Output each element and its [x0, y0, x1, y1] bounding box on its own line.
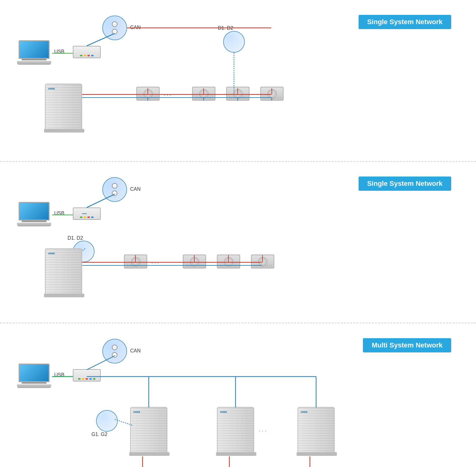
brand-label2: GREE: [48, 252, 55, 255]
can-circle-s3: — —: [102, 339, 127, 364]
can-circle-inner3: — —: [112, 345, 117, 358]
can-circle-s1: — —: [102, 15, 127, 40]
outdoor-base3a: [129, 452, 170, 456]
indoor-unit-s2-1: [124, 255, 147, 272]
outdoor-grill2: [46, 249, 82, 294]
brand-label3c: GREE: [301, 411, 308, 413]
light-blue3: [89, 378, 92, 380]
can-label-s1: CAN: [130, 25, 141, 30]
can-circle-inner2: — —: [112, 183, 117, 196]
light-yellow: [84, 55, 86, 56]
outdoor-grill3a: [131, 408, 167, 453]
light-blue: [91, 55, 94, 56]
light-green: [80, 55, 82, 56]
outdoor-base2: [44, 294, 84, 297]
can-screw-bot2: —: [112, 190, 117, 196]
outdoor-unit-s3-3: GREE: [298, 407, 335, 453]
light-green2: [80, 216, 82, 218]
section-1: Single System Network USB — — C: [0, 0, 476, 162]
indoor-unit-s1-1: [136, 87, 160, 104]
outdoor-unit-s3-2: GREE: [217, 407, 254, 453]
laptop-screen2: [19, 202, 50, 220]
light-green3b: [93, 378, 95, 380]
indoor-body2d: [251, 255, 274, 268]
brand-label: GREE: [48, 87, 55, 90]
outdoor-grill3b: [218, 408, 253, 453]
indoor-vents: [262, 97, 282, 99]
outdoor-unit-s2: GREE: [45, 248, 82, 295]
indoor-vents2d: [253, 264, 272, 267]
laptop-section1: [17, 40, 51, 67]
indoor-vents2a: [126, 264, 145, 267]
d-label-s1: D1. D2: [218, 25, 233, 31]
usb-label-s1: USB: [54, 49, 64, 55]
g-label-s3: G1. G2: [91, 432, 108, 437]
dots-s2: ···: [151, 259, 160, 266]
brand-label3b: GREE: [220, 411, 227, 413]
gateway-box-s3: [73, 369, 101, 382]
outdoor-unit-s1: GREE: [45, 84, 82, 130]
outdoor-base3b: [216, 452, 256, 456]
d-circle-s1: [223, 31, 245, 53]
laptop-hinge3: [22, 382, 46, 384]
can-label-s3: CAN: [130, 348, 141, 354]
indoor-unit-s1-2: [192, 87, 215, 104]
light-yellow3: [82, 378, 84, 380]
badge-section2: Single System Network: [359, 177, 451, 191]
outdoor-unit-s3-1: GREE: [130, 407, 167, 453]
outdoor-base: [44, 129, 84, 133]
can-screw-top2: —: [112, 183, 117, 189]
light-green3: [78, 378, 81, 380]
gateway-box-s2: [73, 207, 101, 220]
indoor-unit-s2-3: [217, 255, 240, 272]
can-label-s2: CAN: [130, 186, 141, 192]
outdoor-grill3c: [298, 408, 334, 453]
light-red2: [87, 216, 90, 218]
dots-outdoor-s3: ···: [259, 427, 268, 434]
can-circle-s2: — —: [102, 177, 127, 202]
indoor-body2c: [217, 255, 240, 268]
laptop-base2: [17, 223, 51, 226]
usb-label-s3: USB: [54, 372, 64, 378]
g-circle-s3: [96, 410, 118, 432]
gateway-box-s1: [73, 46, 101, 58]
indoor-unit-s1-3: [226, 87, 249, 104]
laptop-base: [17, 61, 51, 65]
can-screw-top: —: [112, 21, 117, 27]
indoor-body2a: [124, 255, 147, 268]
badge-section3: Multi System Network: [363, 338, 451, 352]
laptop-section2: [17, 202, 51, 228]
laptop-hinge2: [22, 220, 46, 222]
light-yellow2: [84, 216, 86, 218]
light-blue2: [91, 216, 94, 218]
can-screw-bot3: —: [112, 352, 117, 358]
laptop-screen3: [19, 364, 50, 382]
brand-label3a: GREE: [133, 411, 140, 413]
indoor-vents2c: [219, 264, 238, 267]
indoor-unit-s2-2: [183, 255, 206, 272]
indoor-unit-s2-4: [251, 255, 274, 272]
indoor-unit-s1-4: [260, 87, 284, 104]
gateway-lights2: [73, 216, 100, 218]
indoor-body: [136, 87, 160, 101]
outdoor-grill: [46, 84, 82, 129]
laptop-base3: [17, 384, 51, 388]
outdoor-base3c: [297, 452, 337, 456]
section-3: Multi System Network USB — —: [0, 323, 476, 467]
section-2: Single System Network USB — — C: [0, 162, 476, 323]
laptop-screen: [19, 40, 50, 59]
indoor-body: [192, 87, 215, 101]
d-label-s2: D1. D2: [68, 235, 83, 241]
gateway-lights: [73, 55, 100, 56]
indoor-vents2b: [185, 264, 204, 267]
gateway-lights3: [73, 378, 100, 380]
indoor-body2b: [183, 255, 206, 268]
can-screw-top3: —: [112, 345, 117, 350]
laptop-section3: [17, 364, 51, 390]
indoor-body: [226, 87, 249, 101]
dots-s1: ···: [164, 91, 173, 98]
can-circle-inner: — —: [112, 21, 117, 34]
light-red: [87, 55, 90, 56]
laptop-hinge: [22, 59, 46, 60]
usb-label-s2: USB: [54, 211, 64, 216]
